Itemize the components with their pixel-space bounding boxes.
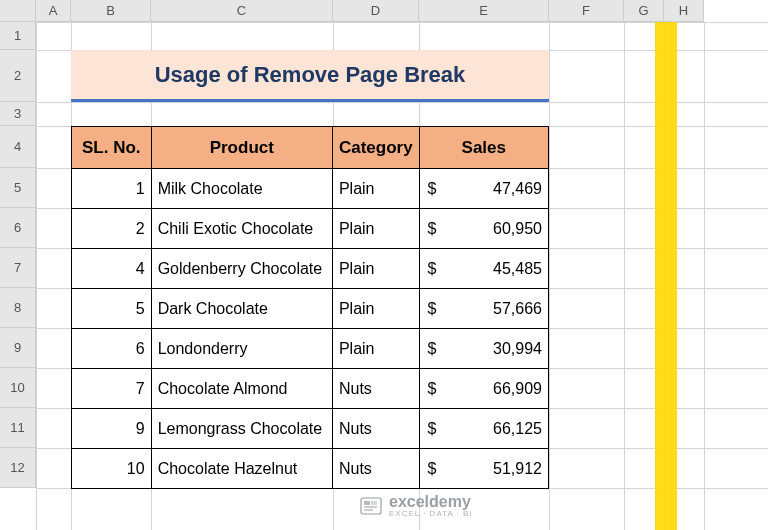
sales-value: 47,469 (493, 180, 542, 197)
cell-product[interactable]: Dark Chocolate (151, 289, 332, 329)
table-row: 10Chocolate HazelnutNuts$51,912 (72, 449, 549, 489)
row-header-6[interactable]: 6 (0, 208, 36, 248)
sales-value: 51,912 (493, 460, 542, 477)
cell-sales[interactable]: $57,666 (419, 289, 548, 329)
grid-area[interactable]: Usage of Remove Page Break SL. No. Produ… (36, 22, 768, 530)
row-header-8[interactable]: 8 (0, 288, 36, 328)
gridline-v (704, 22, 705, 530)
cell-sales[interactable]: $30,994 (419, 329, 548, 369)
row-header-7[interactable]: 7 (0, 248, 36, 288)
cell-category[interactable]: Nuts (332, 409, 419, 449)
row-headers: 123456789101112 (0, 22, 36, 488)
table-row: 1Milk ChocolatePlain$47,469 (72, 169, 549, 209)
cell-sales[interactable]: $60,950 (419, 209, 548, 249)
cell-sales[interactable]: $66,125 (419, 409, 548, 449)
cell-sl[interactable]: 2 (72, 209, 152, 249)
column-header-H[interactable]: H (664, 0, 704, 22)
watermark-tag: EXCEL · DATA · BI (389, 510, 473, 518)
svg-rect-1 (364, 501, 370, 505)
row-header-2[interactable]: 2 (0, 50, 36, 102)
cell-product[interactable]: Chili Exotic Chocolate (151, 209, 332, 249)
table-row: 6LondonderryPlain$30,994 (72, 329, 549, 369)
cell-sl[interactable]: 5 (72, 289, 152, 329)
cell-product[interactable]: Chocolate Hazelnut (151, 449, 332, 489)
spreadsheet: ABCDEFGH 123456789101112 Usage of Remove… (0, 0, 768, 530)
cell-sales[interactable]: $45,485 (419, 249, 548, 289)
cell-sales[interactable]: $66,909 (419, 369, 548, 409)
column-header-E[interactable]: E (419, 0, 549, 22)
gridline-v (549, 22, 550, 530)
sales-value: 60,950 (493, 220, 542, 237)
table-row: 4Goldenberry ChocolatePlain$45,485 (72, 249, 549, 289)
watermark: exceldemy EXCEL · DATA · BI (359, 494, 473, 518)
svg-rect-3 (364, 506, 377, 508)
select-all-corner[interactable] (0, 0, 36, 22)
row-header-12[interactable]: 12 (0, 448, 36, 488)
page-break-highlight (655, 22, 677, 530)
cell-product[interactable]: Lemongrass Chocolate (151, 409, 332, 449)
cell-category[interactable]: Plain (332, 329, 419, 369)
currency-symbol: $ (428, 460, 437, 478)
svg-rect-4 (364, 509, 373, 511)
watermark-icon (359, 496, 383, 516)
cell-product[interactable]: Goldenberry Chocolate (151, 249, 332, 289)
cell-category[interactable]: Nuts (332, 369, 419, 409)
column-header-C[interactable]: C (151, 0, 333, 22)
header-category[interactable]: Category (332, 127, 419, 169)
table-row: 5Dark ChocolatePlain$57,666 (72, 289, 549, 329)
table-row: 9Lemongrass ChocolateNuts$66,125 (72, 409, 549, 449)
cell-product[interactable]: Londonderry (151, 329, 332, 369)
row-header-11[interactable]: 11 (0, 408, 36, 448)
cell-category[interactable]: Plain (332, 209, 419, 249)
row-header-9[interactable]: 9 (0, 328, 36, 368)
currency-symbol: $ (428, 380, 437, 398)
data-table: SL. No. Product Category Sales 1Milk Cho… (71, 126, 549, 489)
currency-symbol: $ (428, 260, 437, 278)
title-text: Usage of Remove Page Break (155, 62, 466, 88)
cell-sl[interactable]: 9 (72, 409, 152, 449)
cell-sl[interactable]: 4 (72, 249, 152, 289)
currency-symbol: $ (428, 300, 437, 318)
cell-product[interactable]: Chocolate Almond (151, 369, 332, 409)
cell-category[interactable]: Plain (332, 249, 419, 289)
column-header-G[interactable]: G (624, 0, 664, 22)
row-header-5[interactable]: 5 (0, 168, 36, 208)
cell-sales[interactable]: $51,912 (419, 449, 548, 489)
table-header-row: SL. No. Product Category Sales (72, 127, 549, 169)
currency-symbol: $ (428, 180, 437, 198)
header-sales[interactable]: Sales (419, 127, 548, 169)
cell-category[interactable]: Plain (332, 289, 419, 329)
cell-sl[interactable]: 6 (72, 329, 152, 369)
column-header-D[interactable]: D (333, 0, 419, 22)
table-row: 7Chocolate AlmondNuts$66,909 (72, 369, 549, 409)
row-header-4[interactable]: 4 (0, 126, 36, 168)
cell-sl[interactable]: 10 (72, 449, 152, 489)
currency-symbol: $ (428, 340, 437, 358)
sales-value: 57,666 (493, 300, 542, 317)
header-sl[interactable]: SL. No. (72, 127, 152, 169)
cell-sl[interactable]: 1 (72, 169, 152, 209)
row-header-1[interactable]: 1 (0, 22, 36, 50)
header-product[interactable]: Product (151, 127, 332, 169)
row-header-3[interactable]: 3 (0, 102, 36, 126)
row-header-10[interactable]: 10 (0, 368, 36, 408)
cell-sales[interactable]: $47,469 (419, 169, 548, 209)
sales-value: 66,125 (493, 420, 542, 437)
currency-symbol: $ (428, 420, 437, 438)
gridline-v (624, 22, 625, 530)
column-header-B[interactable]: B (71, 0, 151, 22)
column-header-A[interactable]: A (36, 0, 71, 22)
sales-value: 45,485 (493, 260, 542, 277)
cell-sl[interactable]: 7 (72, 369, 152, 409)
cell-category[interactable]: Nuts (332, 449, 419, 489)
cell-category[interactable]: Plain (332, 169, 419, 209)
svg-rect-2 (371, 501, 377, 505)
sales-value: 66,909 (493, 380, 542, 397)
title-cell: Usage of Remove Page Break (71, 50, 549, 102)
currency-symbol: $ (428, 220, 437, 238)
column-header-F[interactable]: F (549, 0, 624, 22)
watermark-text: exceldemy EXCEL · DATA · BI (389, 494, 473, 518)
cell-product[interactable]: Milk Chocolate (151, 169, 332, 209)
sales-value: 30,994 (493, 340, 542, 357)
table-row: 2Chili Exotic ChocolatePlain$60,950 (72, 209, 549, 249)
